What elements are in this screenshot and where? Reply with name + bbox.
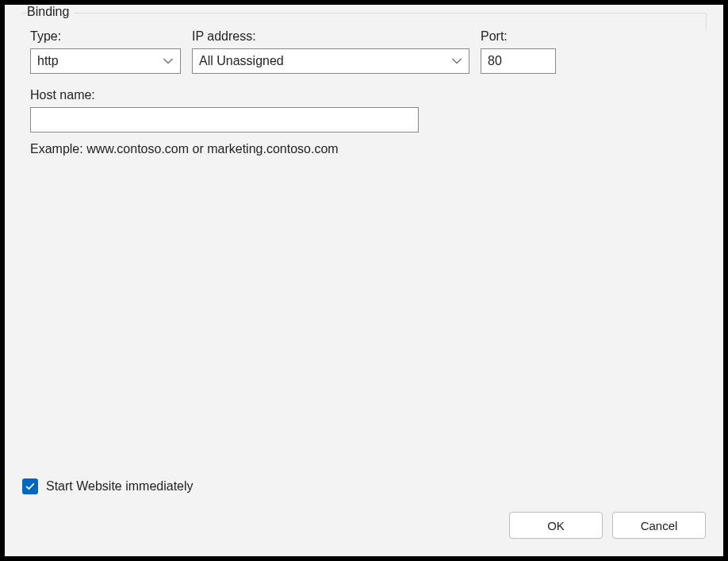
start-immediately-checkbox[interactable]: [22, 478, 38, 494]
start-immediately-row: Start Website immediately: [22, 478, 706, 494]
port-input[interactable]: 80: [481, 48, 556, 74]
ok-button[interactable]: OK: [509, 512, 603, 539]
binding-row-1: Type: http IP address: All Unassigned: [30, 29, 698, 74]
chevron-down-icon: [163, 56, 174, 67]
ok-button-label: OK: [547, 519, 565, 532]
host-example: Example: www.contoso.com or marketing.co…: [30, 142, 419, 156]
binding-dialog: Binding Type: http IP address: All Unass…: [5, 5, 723, 556]
fieldset-legend: Binding: [27, 5, 74, 19]
type-select[interactable]: http: [30, 48, 181, 74]
port-input-value: 80: [488, 54, 502, 68]
ip-select[interactable]: All Unassigned: [192, 48, 469, 74]
type-select-value: http: [37, 54, 59, 68]
host-label: Host name:: [30, 88, 419, 102]
chevron-down-icon: [451, 56, 462, 67]
start-immediately-label: Start Website immediately: [46, 479, 193, 494]
checkmark-icon: [25, 481, 36, 492]
dialog-button-row: OK Cancel: [22, 512, 706, 539]
cancel-button-label: Cancel: [641, 519, 678, 532]
ip-select-value: All Unassigned: [199, 54, 284, 68]
type-label: Type:: [30, 29, 181, 44]
cancel-button[interactable]: Cancel: [612, 512, 706, 539]
port-label: Port:: [481, 29, 556, 44]
host-input[interactable]: [30, 107, 419, 133]
host-group: Host name: Example: www.contoso.com or m…: [30, 88, 419, 156]
port-group: Port: 80: [481, 29, 556, 74]
ip-label: IP address:: [192, 29, 469, 44]
binding-fieldset: Binding Type: http IP address: All Unass…: [22, 13, 706, 466]
binding-row-2: Host name: Example: www.contoso.com or m…: [30, 88, 698, 156]
ip-group: IP address: All Unassigned: [192, 29, 469, 74]
type-group: Type: http: [30, 29, 181, 74]
